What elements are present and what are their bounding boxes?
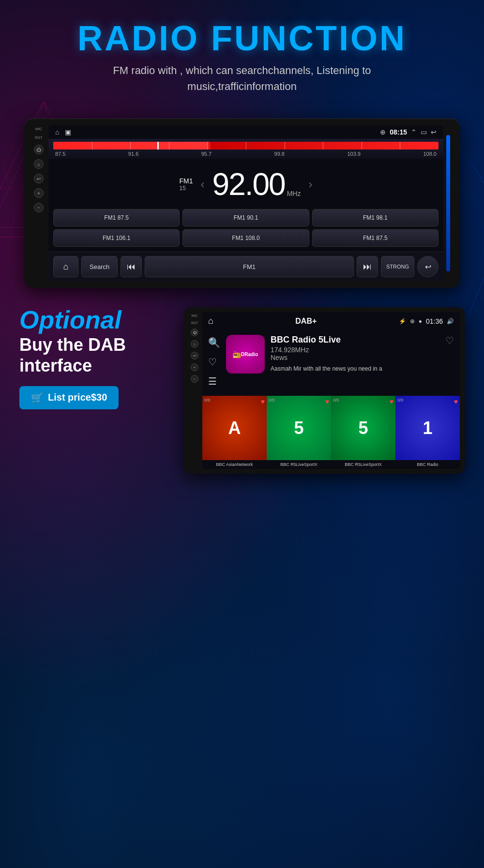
dab-home-button[interactable]: ⌂: [191, 340, 198, 348]
dab-tile-r5sportx2-heart: ♥: [390, 398, 393, 405]
dab-back-button[interactable]: ↩: [191, 352, 198, 359]
optional-label: Optional: [19, 307, 165, 332]
bluetooth-icon: ⊕: [380, 128, 386, 136]
blue-accent-bar: [446, 135, 450, 271]
radio-device: MIC RST ⏻ ⌂ ↩ + − ⌂ ▣ ⊕ 08:15: [24, 119, 460, 288]
preset-btn-0[interactable]: FM1 87.5: [53, 209, 180, 226]
preset-btn-1[interactable]: FM1 90.1: [182, 209, 309, 226]
dab-tile-r5sportx2-label: BBC R5LiveSportX: [331, 460, 395, 469]
home-icon: ⌂: [55, 128, 59, 136]
dab-heart-icon[interactable]: ♡: [445, 335, 454, 346]
cart-icon: 🛒: [31, 392, 43, 404]
expand-icon: ⌃: [411, 128, 417, 136]
power-button[interactable]: ⏻: [34, 145, 44, 154]
dab-home-icon: ⌂: [208, 316, 213, 326]
freq-mark-4: 103.9: [347, 151, 361, 157]
next-control-button[interactable]: ⏭: [357, 256, 378, 277]
mic-label: MIC: [35, 127, 43, 131]
dab-vol-up-button[interactable]: +: [191, 363, 198, 371]
vol-down-button[interactable]: −: [34, 203, 44, 212]
strong-control-label: STRONG: [386, 264, 409, 269]
dab-vol-down-button[interactable]: −: [191, 375, 198, 383]
dab-description: Aasmah Mir with all the news you need in…: [271, 365, 439, 372]
vol-up-button[interactable]: +: [34, 188, 44, 198]
screenshot-icon: ▣: [65, 128, 71, 136]
frequency-value: 92.00: [212, 166, 285, 202]
return-control-icon: ↩: [425, 262, 431, 271]
radio-screen: ⌂ ▣ ⊕ 08:15 ⌃ ▭ ↩: [48, 125, 443, 281]
optional-description: Buy the DAB interface: [19, 334, 165, 376]
dab-power-button[interactable]: ⏻: [191, 329, 198, 336]
dab-device: MIC RST ⏻ ⌂ ↩ + − ⌂ DAB+ ⚡: [184, 307, 465, 474]
fm-number: 15: [180, 185, 186, 192]
preset-btn-3[interactable]: FM1 106.1: [53, 229, 180, 247]
dab-station-name: BBC Radio 5Live: [271, 335, 439, 345]
dab-tile-radio1-logo: 1: [423, 418, 432, 438]
screen-topbar: ⌂ ▣ ⊕ 08:15 ⌃ ▭ ↩: [48, 125, 443, 139]
dab-favorite-icon[interactable]: ♡: [208, 356, 220, 368]
dab-tile-radio1[interactable]: 1 ♥ 0/0 BBC Radio: [395, 396, 460, 469]
dab-location-icon: ●: [419, 318, 422, 325]
dab-list-icon[interactable]: ☰: [208, 375, 220, 387]
freq-mark-3: 99.8: [274, 151, 285, 157]
dab-tile-r5sportx-2[interactable]: 5 ♥ 0/0 BBC R5LiveSportX: [331, 396, 395, 469]
prev-control-button[interactable]: ⏮: [121, 256, 142, 277]
dab-mode-label: DAB+: [295, 317, 317, 326]
dab-search-icon[interactable]: 🔍: [208, 337, 220, 348]
freq-next-arrow[interactable]: ›: [308, 178, 312, 191]
page-title: RADIO FUNCTION: [10, 19, 474, 58]
dab-tile-r5sportx1-logo: 5: [294, 418, 303, 438]
dab-tile-radio1-heart: ♥: [454, 398, 458, 405]
dab-side-button-panel: MIC RST ⏻ ⌂ ↩ + −: [189, 312, 202, 469]
back-icon: ↩: [431, 128, 437, 136]
dab-station-info: BBC Radio 5Live 174.928MHz News Aasmah M…: [271, 335, 439, 372]
rst-label: RST: [35, 136, 43, 140]
window-icon: ▭: [421, 128, 427, 136]
dab-tile-r5sportx2-logo: 5: [358, 418, 368, 438]
frequency-unit: MHz: [287, 190, 301, 197]
back-side-button[interactable]: ↩: [34, 174, 44, 183]
fm1-control-button[interactable]: FM1: [145, 256, 354, 277]
dab-tile-asian-label: BBC AsianNetwork: [202, 460, 267, 469]
dab-station-logo: 📻 DRadio: [226, 335, 265, 374]
next-control-icon: ⏭: [363, 262, 372, 272]
dab-frequency: 174.928MHz: [271, 346, 439, 354]
dab-tile-radio1-count: 0/0: [397, 398, 404, 403]
preset-btn-4[interactable]: FM1 108.0: [182, 229, 309, 247]
dab-screen: ⌂ DAB+ ⚡ ⊕ ● 01:36 🔊: [202, 312, 460, 469]
freq-mark-1: 91.6: [128, 151, 138, 157]
optional-text-area: Optional Buy the DAB interface 🛒 List pr…: [19, 307, 165, 409]
dab-usb-icon: ⚡: [399, 318, 406, 325]
price-button[interactable]: 🛒 List price$30: [19, 386, 119, 409]
bottom-controls: ⌂ Search ⏮ FM1 ⏭ STRONG: [48, 252, 443, 281]
fm-label: FM1: [180, 177, 193, 185]
dab-genre: News: [271, 354, 439, 361]
prev-control-icon: ⏮: [127, 262, 136, 272]
dab-icons-column: 🔍 ♡ ☰: [208, 335, 220, 387]
strong-control-button[interactable]: STRONG: [381, 256, 414, 277]
freq-prev-arrow[interactable]: ‹: [201, 178, 205, 191]
home-side-button[interactable]: ⌂: [34, 159, 44, 169]
return-control-button[interactable]: ↩: [417, 256, 439, 277]
dab-main-content: 🔍 ♡ ☰ 📻 DRadio BBC Radio 5Live 174: [202, 330, 460, 392]
dab-tile-r5sportx1-count: 0/0: [269, 398, 275, 403]
home-control-button[interactable]: ⌂: [53, 256, 78, 277]
freq-mark-0: 87.5: [55, 151, 65, 157]
dab-topbar: ⌂ DAB+ ⚡ ⊕ ● 01:36 🔊: [202, 312, 460, 330]
preset-btn-2[interactable]: FM1 98.1: [312, 209, 439, 226]
clock-display: 08:15: [390, 128, 407, 136]
frequency-bar-container: 87.5 91.6 95.7 99.8 103.9 108.0: [48, 139, 443, 159]
dab-bluetooth-icon: ⊕: [410, 318, 415, 325]
price-label: List price$30: [48, 392, 107, 403]
dab-clock-display: 01:36: [426, 317, 443, 325]
frequency-numbers: 87.5 91.6 95.7 99.8 103.9 108.0: [53, 151, 439, 157]
search-control-button[interactable]: Search: [81, 256, 118, 277]
dab-tile-asian-heart: ♥: [261, 398, 265, 405]
dab-tile-asian[interactable]: A ♥ 0/0 BBC AsianNetwork: [202, 396, 267, 469]
dab-tile-r5sportx1-label: BBC R5LiveSportX: [267, 460, 331, 469]
dab-tile-r5sportx-1[interactable]: 5 ♥ 0/0 BBC R5LiveSportX: [267, 396, 331, 469]
frequency-ruler: [53, 142, 439, 150]
preset-btn-5[interactable]: FM1 87.5: [312, 229, 439, 247]
dab-rst-label: RST: [191, 321, 198, 325]
page-subtitle: FM radio with , which can searchchannels…: [73, 62, 411, 94]
